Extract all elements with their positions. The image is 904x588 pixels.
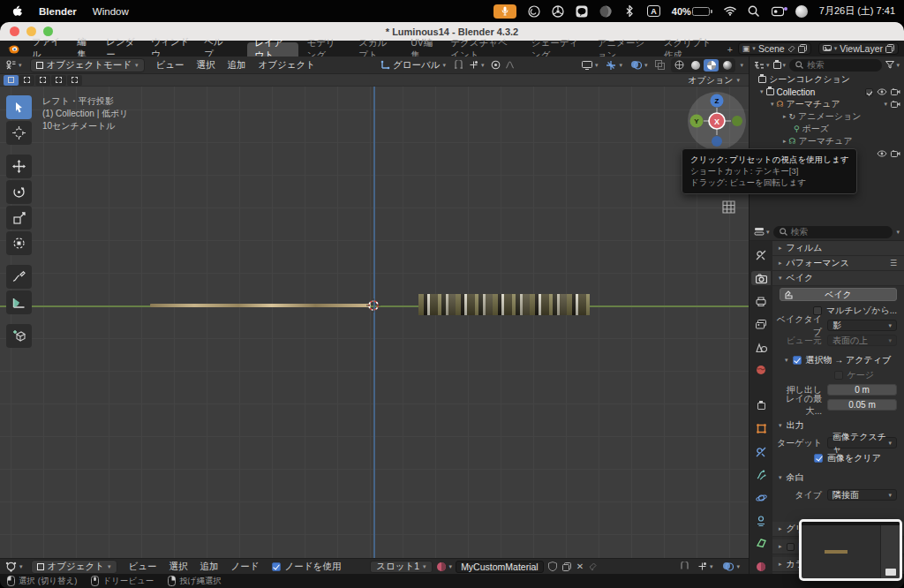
- options-dropdown[interactable]: オプション▾: [688, 74, 740, 87]
- material-name-field[interactable]: MyCustomMaterial: [456, 561, 544, 573]
- pin-icon[interactable]: [787, 45, 795, 53]
- ray-distance-field[interactable]: 0.05 m: [827, 399, 897, 411]
- bake-type-dropdown[interactable]: 影▾: [827, 320, 897, 331]
- restriction-chevron[interactable]: ▾: [884, 101, 887, 108]
- control-center-icon[interactable]: [772, 5, 784, 18]
- shader-overlays-toggle[interactable]: ▾: [719, 562, 743, 571]
- tab-output[interactable]: [751, 294, 771, 308]
- tab-collection[interactable]: [751, 398, 771, 412]
- transform-orientation-selector[interactable]: グローバル ▾: [374, 59, 452, 72]
- panel-margin[interactable]: ▾余白: [772, 470, 904, 485]
- outliner-editor-type-selector[interactable]: ▾: [754, 61, 770, 70]
- select-mode-intersect-button[interactable]: [67, 75, 82, 86]
- navigation-gizmo[interactable]: Z Y X: [688, 92, 746, 150]
- annotate-tool[interactable]: [6, 265, 32, 289]
- snap-target-selector[interactable]: ▾: [465, 60, 488, 70]
- menu-file[interactable]: ファイル: [25, 41, 70, 57]
- menu-window[interactable]: ウィンドウ: [144, 41, 197, 57]
- properties-options-dropdown[interactable]: ▾: [896, 229, 900, 236]
- mountain-status-icon[interactable]: [599, 5, 612, 18]
- outliner-row-armature-data[interactable]: ▸ ☊ アーマチュア: [750, 135, 904, 147]
- add-workspace-button[interactable]: +: [722, 42, 738, 57]
- slot-selector[interactable]: スロット1▾: [370, 561, 432, 573]
- menu-help[interactable]: ヘルプ: [197, 41, 234, 57]
- select-mode-extend-button[interactable]: [19, 75, 34, 86]
- shading-solid-button[interactable]: [688, 59, 703, 72]
- shader-editor-type-selector[interactable]: ▾: [0, 561, 29, 572]
- obs-status-icon[interactable]: [528, 5, 540, 18]
- preset-list-icon[interactable]: ☰: [890, 259, 898, 268]
- freestyle-checkbox[interactable]: [787, 543, 795, 551]
- mode-selector[interactable]: オブジェクトモード ▾: [30, 58, 145, 72]
- clear-image-checkbox[interactable]: [814, 454, 823, 463]
- camera-icon[interactable]: [891, 101, 900, 108]
- cage-checkbox[interactable]: [834, 371, 843, 380]
- rotate-tool[interactable]: [6, 180, 32, 204]
- shader-mode-selector[interactable]: オブジェクト ▾: [31, 560, 117, 574]
- tab-texture-paint[interactable]: テクスチャペイント: [442, 42, 524, 57]
- target-dropdown[interactable]: 画像テクスチャ▾: [827, 437, 897, 449]
- tab-render[interactable]: [751, 271, 771, 285]
- shader-menu-view[interactable]: ビュー: [123, 561, 163, 573]
- menu-edit[interactable]: 編集: [70, 41, 99, 57]
- outliner-search-input[interactable]: 検索: [789, 59, 882, 72]
- tab-world[interactable]: [751, 363, 771, 377]
- xray-toggle[interactable]: [653, 60, 667, 70]
- viewport-3d[interactable]: レフト・平行投影 (1) Collection | 低ポリ 10センチメートル …: [0, 87, 749, 558]
- transform-tool[interactable]: [6, 231, 32, 255]
- menu-select[interactable]: 選択: [191, 59, 222, 72]
- new-scene-icon[interactable]: [798, 44, 807, 53]
- tab-scripting[interactable]: スクリプト作成: [656, 42, 722, 57]
- shader-menu-add[interactable]: 追加: [194, 561, 225, 573]
- outliner-row-scene-collection[interactable]: シーンコレクション: [750, 73, 904, 86]
- tab-animation[interactable]: アニメーション: [590, 42, 656, 57]
- tab-object-data[interactable]: [751, 537, 771, 551]
- wifi-status-icon[interactable]: [724, 5, 736, 18]
- input-source-status[interactable]: A: [647, 5, 660, 17]
- eye-icon[interactable]: [877, 88, 887, 95]
- scene-selector[interactable]: ▣▾ Scene: [738, 42, 811, 55]
- add-cube-tool[interactable]: [6, 324, 32, 348]
- panel-bake[interactable]: ▾ベイク: [772, 271, 904, 286]
- tab-scene[interactable]: [751, 340, 771, 354]
- perspective-toggle-button[interactable]: [722, 200, 736, 214]
- spotlight-search-icon[interactable]: [748, 5, 760, 18]
- tab-modifiers[interactable]: [751, 445, 771, 459]
- panel-film[interactable]: ▸フィルム: [772, 241, 904, 256]
- bluetooth-status-icon[interactable]: [623, 5, 636, 18]
- menu-add[interactable]: 追加: [222, 59, 252, 72]
- collection-checkbox[interactable]: [865, 88, 873, 96]
- apple-menu-icon[interactable]: [12, 5, 23, 18]
- tab-modeling[interactable]: モデリング: [298, 42, 350, 57]
- outliner-display-mode-selector[interactable]: ▾: [773, 62, 787, 69]
- textured-object[interactable]: [418, 294, 590, 315]
- shading-rendered-button[interactable]: [719, 59, 734, 72]
- line-app-status-icon[interactable]: [576, 5, 588, 18]
- camera-icon[interactable]: [891, 150, 900, 157]
- bake-button[interactable]: ベイク: [780, 288, 897, 301]
- shader-snap-toggle[interactable]: [678, 562, 691, 571]
- mac-menu-window[interactable]: Window: [93, 6, 129, 17]
- tab-sculpt[interactable]: スカルプト: [350, 42, 403, 57]
- scale-tool[interactable]: [6, 206, 32, 230]
- snap-toggle[interactable]: [452, 60, 465, 70]
- margin-type-dropdown[interactable]: 隣接面▾: [827, 489, 897, 501]
- select-mode-subtract-button[interactable]: [35, 75, 50, 86]
- pin-icon[interactable]: [589, 562, 597, 571]
- mac-menu-app[interactable]: Blender: [39, 6, 77, 17]
- datetime-label[interactable]: 7月26日 (土) 7:41: [819, 4, 895, 18]
- blender-logo-icon[interactable]: [7, 42, 19, 55]
- outliner-row-collection[interactable]: ▾ Collection: [750, 86, 904, 98]
- tab-shading[interactable]: シェーディング: [524, 42, 590, 57]
- tab-tool[interactable]: [751, 248, 771, 262]
- tab-layout[interactable]: レイアウト: [247, 42, 299, 57]
- properties-editor-type-selector[interactable]: ▾: [754, 227, 770, 237]
- panel-performance[interactable]: ▸パフォーマンス ☰: [772, 256, 904, 271]
- shading-dropdown[interactable]: ▾: [740, 62, 743, 69]
- proportional-falloff-selector[interactable]: [503, 61, 516, 69]
- tab-object[interactable]: [751, 422, 771, 436]
- shader-snap-target[interactable]: ▾: [696, 562, 715, 571]
- menu-object[interactable]: オブジェクト: [252, 59, 321, 72]
- select-mode-set-button[interactable]: [4, 75, 19, 86]
- tab-material[interactable]: [751, 560, 771, 574]
